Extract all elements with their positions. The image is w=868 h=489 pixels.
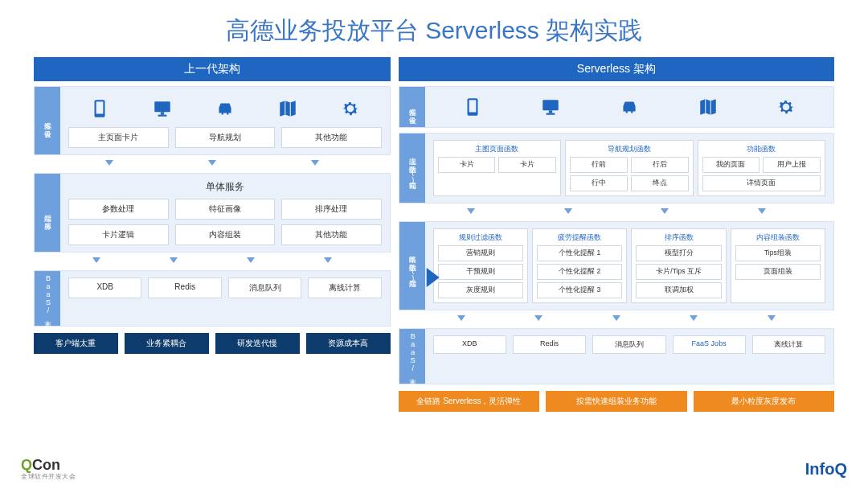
feature-box: 导航规划 (175, 127, 276, 148)
svg-rect-1 (96, 101, 104, 113)
right-frontend-functions-section: 端上 函数 (前端) 主图页面函数 卡片 卡片 导航规划函数 (399, 133, 834, 203)
infra-box: XDB (68, 277, 141, 298)
func-chip: 联调加权 (636, 282, 721, 298)
function-group: 疲劳提醒函数 个性化提醒 1 个性化提醒 2 个性化提醒 3 (532, 228, 627, 303)
right-header: Serverless 架构 (399, 57, 834, 81)
infra-box: Redis (513, 335, 586, 354)
func-chip: 行前 (570, 157, 628, 173)
infra-box: XDB (433, 335, 506, 354)
service-box: 卡片逻辑 (68, 224, 169, 245)
right-devices-section: 多端 设备 (399, 86, 834, 128)
service-box: 其他功能 (281, 224, 382, 245)
service-box: 排序处理 (281, 199, 382, 220)
benefit: 最小粒度灰度发布 (694, 391, 834, 412)
function-group: 内容组装函数 Tips组装 页面组装 (731, 228, 825, 303)
slide-footer: QCon 全球软件开发大会 InfoQ (0, 457, 868, 481)
map-icon (277, 98, 298, 119)
infra-box: FaaS Jobs (673, 335, 746, 354)
infoq-logo: InfoQ (805, 460, 847, 479)
infra-box: Redis (148, 277, 221, 298)
feature-box: 主页面卡片 (68, 127, 169, 148)
function-group: 主图页面函数 卡片 卡片 (433, 140, 561, 196)
func-chip: 终点 (631, 175, 689, 191)
left-baas-label: BaaS/离 线计算 (35, 271, 60, 326)
gear-icon (340, 98, 361, 119)
drawback: 客户端太重 (34, 333, 118, 354)
feature-box: 其他功能 (281, 127, 382, 148)
func-chip: 页面组装 (735, 264, 821, 280)
service-box: 参数处理 (68, 199, 169, 220)
desktop-icon (540, 97, 561, 117)
slide-title: 高德业务投放平台 Serverless 架构实践 (0, 0, 868, 57)
car-icon (619, 97, 640, 117)
right-frontend-label: 端上 函数 (前端) (399, 134, 425, 203)
map-icon (698, 97, 719, 117)
svg-rect-2 (154, 101, 170, 112)
infra-box: 消息队列 (592, 335, 665, 354)
drawback: 研发迭代慢 (215, 333, 300, 354)
func-chip: 干预规则 (438, 264, 523, 280)
func-chip: 用户上报 (763, 157, 821, 173)
desktop-icon (152, 98, 173, 119)
func-chip: Tips组装 (735, 245, 821, 261)
func-chip: 模型打分 (636, 245, 721, 261)
benefit: 按需快速组装业务功能 (546, 391, 686, 412)
previous-architecture-column: 上一代架构 多端 设备 主页面卡片 导航规划 其他功能 (34, 57, 391, 412)
func-chip: 个性化提醒 1 (537, 245, 622, 261)
serverless-architecture-column: Serverless 架构 多端 设备 端上 函数 (前端) (399, 57, 834, 412)
service-box: 内容组装 (175, 224, 276, 245)
left-drawbacks: 客户端太重 业务紧耦合 研发迭代慢 资源成本高 (34, 333, 391, 354)
svg-rect-6 (469, 100, 476, 112)
right-benefits: 全链路 Serverless，灵活弹性 按需快速组装业务功能 最小粒度灰度发布 (399, 391, 834, 412)
svg-rect-3 (161, 112, 164, 114)
car-icon (215, 98, 235, 119)
monolith-title: 单体服务 (68, 180, 382, 199)
func-chip: 卡片 (438, 157, 496, 173)
left-devices-section: 多端 设备 主页面卡片 导航规划 其他功能 (34, 86, 391, 155)
right-baas-section: BaaS/离 线计算 XDB Redis 消息队列 FaaS Jobs 离线计算 (399, 328, 834, 384)
benefit: 全链路 Serverless，灵活弹性 (399, 391, 539, 412)
svg-rect-8 (549, 110, 552, 113)
svg-rect-9 (547, 113, 555, 115)
left-backend-section: 后端 服务 单体服务 参数处理 特征画像 排序处理 卡片逻辑 内容组装 其他功能 (34, 173, 391, 253)
function-group: 导航规划函数 行前 行后 行中 终点 (565, 140, 693, 196)
left-baas-section: BaaS/离 线计算 XDB Redis 消息队列 离线计算 (34, 270, 391, 327)
func-chip: 详情页面 (702, 175, 821, 191)
drawback: 业务紧耦合 (125, 333, 209, 354)
func-chip: 卡片 (498, 157, 556, 173)
qcon-logo: QCon 全球软件开发大会 (21, 457, 76, 481)
function-group: 功能函数 我的页面 用户上报 详情页面 (698, 140, 825, 196)
func-chip: 灰度规则 (438, 282, 523, 298)
right-backend-label: 策略 函数 (后端) (399, 222, 425, 310)
right-backend-functions-section: 策略 函数 (后端) 规则过滤函数 营销规则 干预规则 灰度规则 疲劳 (399, 221, 834, 310)
left-devices-label: 多端 设备 (35, 87, 60, 154)
right-devices-label: 多端 设备 (399, 87, 425, 127)
func-chip: 行中 (570, 175, 628, 191)
left-backend-label: 后端 服务 (35, 174, 60, 252)
infra-box: 离线计算 (752, 335, 825, 354)
func-chip: 个性化提醒 3 (537, 282, 622, 298)
gear-icon (776, 97, 796, 117)
drawback: 资源成本高 (306, 333, 391, 354)
func-chip: 卡片/Tips 互斥 (636, 264, 721, 280)
function-group: 排序函数 模型打分 卡片/Tips 互斥 联调加权 (631, 228, 726, 303)
infra-box: 离线计算 (308, 277, 381, 298)
func-chip: 个性化提醒 2 (537, 264, 622, 280)
infra-box: 消息队列 (228, 277, 301, 298)
func-chip: 行后 (631, 157, 689, 173)
svg-rect-7 (542, 100, 559, 110)
svg-rect-4 (158, 115, 166, 117)
transition-arrow (427, 268, 440, 287)
right-baas-label: BaaS/离 线计算 (399, 329, 425, 384)
func-chip: 我的页面 (702, 157, 760, 173)
service-box: 特征画像 (175, 199, 276, 220)
function-group: 规则过滤函数 营销规则 干预规则 灰度规则 (433, 228, 528, 303)
phone-icon (89, 98, 110, 119)
func-chip: 营销规则 (438, 245, 523, 261)
phone-icon (462, 97, 483, 117)
left-header: 上一代架构 (34, 57, 391, 81)
